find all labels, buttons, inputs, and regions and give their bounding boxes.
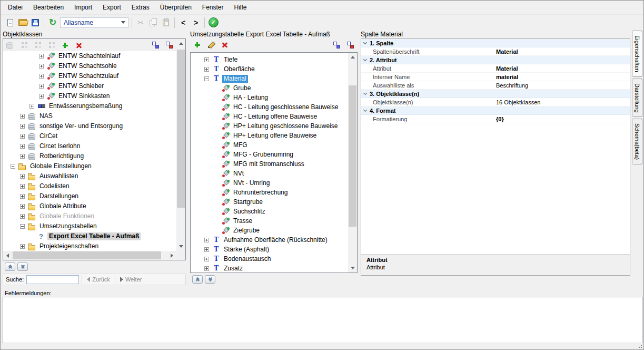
- tree-item[interactable]: Trasse: [191, 216, 348, 226]
- tree-item[interactable]: Grube: [191, 83, 348, 93]
- tree-item[interactable]: NVt: [191, 169, 348, 178]
- chevron-down-icon[interactable]: [363, 91, 367, 94]
- tree-item[interactable]: Zielgrube: [191, 226, 348, 235]
- scroll-to-bottom-button[interactable]: [17, 262, 28, 271]
- horizontal-scrollbar-thumb[interactable]: [13, 251, 161, 259]
- tree-item[interactable]: HA - Leitung: [191, 93, 348, 102]
- tree-item[interactable]: Startgrube: [191, 197, 348, 207]
- tree-item[interactable]: Zusatz: [191, 264, 348, 273]
- tree-item[interactable]: ENTW Schachteinlauf: [3, 51, 176, 61]
- collapse-minus-icon[interactable]: [204, 76, 209, 81]
- tree-item[interactable]: Globale Funktionen: [3, 211, 176, 221]
- add-column-button[interactable]: [191, 38, 204, 51]
- tree-item[interactable]: Aufnahme Oberfläche (Rückschnitte): [191, 235, 348, 245]
- vertical-scrollbar-thumb[interactable]: [349, 85, 356, 227]
- chevron-down-icon[interactable]: [363, 108, 367, 111]
- new-file-button[interactable]: [4, 16, 16, 29]
- property-category-row[interactable]: 3. Objektklasse(n): [361, 90, 630, 98]
- tree-item[interactable]: Stärke (Asphalt): [191, 245, 348, 254]
- expand-plus-icon[interactable]: [204, 67, 209, 72]
- tree-item[interactable]: HC - Leitung offene Bauweise: [191, 112, 348, 121]
- collapse-all-button[interactable]: [163, 39, 175, 52]
- collapse-minus-icon[interactable]: [11, 164, 15, 169]
- expand-all-button[interactable]: [149, 39, 162, 52]
- expand-plus-icon[interactable]: [20, 154, 25, 159]
- scroll-down-arrow[interactable]: [176, 242, 185, 251]
- expand-all-button[interactable]: [330, 38, 343, 51]
- expand-plus-icon[interactable]: [29, 104, 34, 109]
- property-row[interactable]: Objektklasse(n)16 Objektklassen: [361, 98, 630, 106]
- menu-item-hilfe[interactable]: Hilfe: [229, 1, 252, 14]
- tree-item[interactable]: Globale Attribute: [3, 201, 176, 211]
- alias-combobox[interactable]: Aliasname: [60, 17, 128, 28]
- delete-button[interactable]: [73, 39, 85, 52]
- tree-item[interactable]: HP+ Leitung geschlossene Bauweise: [191, 121, 348, 131]
- tree-item[interactable]: Rotberichtigung: [3, 151, 176, 161]
- expand-plus-icon[interactable]: [20, 114, 25, 119]
- tree-item[interactable]: Entwässerungsbemaßung: [3, 101, 176, 111]
- property-row[interactable]: Interner Namematerial: [361, 73, 630, 81]
- property-row[interactable]: Auswahlliste alsBeschriftung: [361, 81, 630, 90]
- tree-item[interactable]: ENTW Schachtzulauf: [3, 71, 176, 81]
- tree-item[interactable]: ENTW Sinkkasten: [3, 91, 176, 101]
- property-value[interactable]: material: [496, 74, 630, 80]
- property-category-row[interactable]: 1. Spalte: [361, 39, 630, 47]
- navigate-back-button[interactable]: <: [177, 16, 190, 29]
- expand-plus-icon[interactable]: [39, 74, 44, 79]
- expand-plus-icon[interactable]: [20, 134, 25, 139]
- scroll-to-bottom-button[interactable]: [205, 275, 215, 284]
- search-input[interactable]: [26, 275, 79, 284]
- side-tab-darstellung[interactable]: Darstellung: [632, 79, 642, 118]
- collapse-all-button[interactable]: [344, 38, 356, 51]
- property-row[interactable]: AttributMaterial: [361, 64, 630, 73]
- scroll-down-arrow[interactable]: [348, 264, 357, 273]
- side-tab-schemabeta[interactable]: Schema(beta): [632, 119, 642, 164]
- expand-plus-icon[interactable]: [20, 124, 25, 129]
- tree-item[interactable]: Tiefe: [191, 55, 348, 64]
- tree-item[interactable]: Material: [191, 74, 348, 83]
- resize-grip[interactable]: [637, 343, 642, 348]
- add-button[interactable]: [59, 39, 72, 52]
- collapse-minus-icon[interactable]: [20, 224, 25, 229]
- tree-item[interactable]: CirCet: [3, 131, 176, 141]
- search-forward-button[interactable]: Weiter: [118, 276, 144, 283]
- property-value[interactable]: Beschriftung: [496, 82, 630, 89]
- scroll-up-arrow[interactable]: [348, 53, 357, 62]
- expand-plus-icon[interactable]: [20, 204, 25, 209]
- menu-item-datei[interactable]: Datei: [3, 1, 28, 14]
- tree-item[interactable]: MFG mit Stromanschluss: [191, 159, 348, 169]
- tree-item[interactable]: sonstige Ver- und Entsorgung: [3, 121, 176, 131]
- side-tab-eigenschaften[interactable]: Eigenschaften: [632, 31, 642, 77]
- edit-column-button[interactable]: [205, 38, 217, 51]
- scroll-right-arrow[interactable]: [167, 251, 176, 260]
- menu-item-export[interactable]: Export: [97, 1, 126, 14]
- expand-plus-icon[interactable]: [39, 84, 44, 89]
- menu-item-import[interactable]: Import: [69, 1, 97, 14]
- expand-plus-icon[interactable]: [204, 257, 209, 261]
- property-value[interactable]: Material: [496, 48, 630, 55]
- open-file-button[interactable]: [16, 16, 29, 29]
- expand-plus-icon[interactable]: [20, 144, 25, 149]
- expand-plus-icon[interactable]: [20, 214, 25, 219]
- property-row[interactable]: SpaltenüberschriftMaterial: [361, 47, 630, 56]
- tree-item[interactable]: HP+ Leitung offene Bauweise: [191, 131, 348, 140]
- expand-plus-icon[interactable]: [204, 266, 209, 271]
- property-row[interactable]: Formatierung{0}: [361, 115, 630, 123]
- tree-item[interactable]: Codelisten: [3, 181, 176, 191]
- scroll-to-top-button[interactable]: [5, 262, 15, 271]
- refresh-alias-button[interactable]: ↻: [46, 16, 59, 29]
- tree-item[interactable]: Bodenaustausch: [191, 254, 348, 264]
- expand-plus-icon[interactable]: [204, 238, 209, 242]
- chevron-down-icon[interactable]: [363, 40, 367, 44]
- save-button[interactable]: [29, 16, 42, 29]
- expand-plus-icon[interactable]: [20, 174, 25, 179]
- menu-item-berprfen[interactable]: Überprüfen: [155, 1, 197, 14]
- expand-plus-icon[interactable]: [20, 194, 25, 199]
- tree-item[interactable]: Rohrunterbrechung: [191, 188, 348, 197]
- tree-item[interactable]: Globale Einstellungen: [3, 161, 176, 171]
- property-category-row[interactable]: 4. Format: [361, 106, 630, 115]
- menu-item-bearbeiten[interactable]: Bearbeiten: [28, 1, 69, 14]
- scroll-left-arrow[interactable]: [3, 251, 12, 260]
- tree-item[interactable]: NAS: [3, 111, 176, 121]
- tree-item[interactable]: NVt - Umring: [191, 178, 348, 188]
